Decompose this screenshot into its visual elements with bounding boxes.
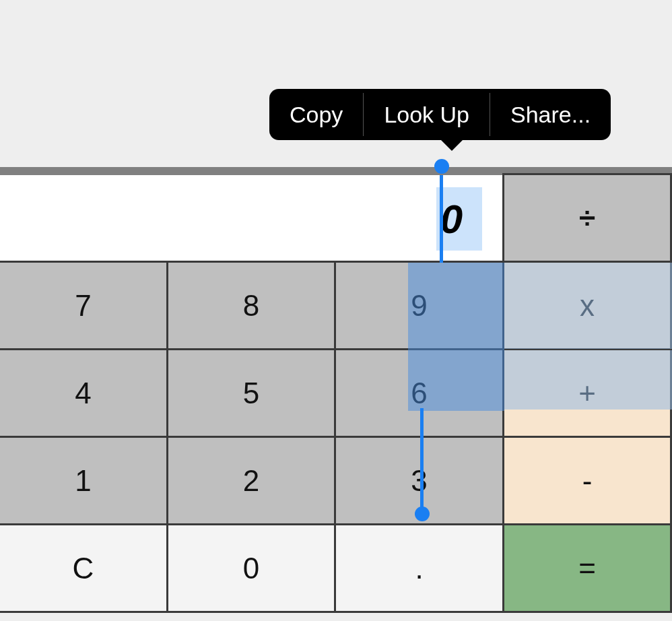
selection-caret-line: [440, 175, 443, 263]
key-7[interactable]: 7: [0, 261, 168, 350]
selection-handle-start[interactable]: [434, 159, 449, 174]
key-0[interactable]: 0: [166, 523, 336, 613]
key-8[interactable]: 8: [166, 261, 336, 350]
keypad: 7 8 9 x 4 5 6 + 1 2 3 - C 0 . =: [0, 263, 672, 613]
context-menu-arrow-icon: [440, 139, 464, 151]
multiply-button[interactable]: x: [502, 261, 672, 350]
calculator: 0 ÷ 7 8 9 x 4 5 6 + 1 2 3 - C 0 . =: [0, 175, 672, 613]
equals-button[interactable]: =: [502, 523, 672, 613]
decimal-button[interactable]: .: [334, 523, 504, 613]
key-1[interactable]: 1: [0, 436, 168, 525]
clear-button[interactable]: C: [0, 523, 168, 613]
context-menu-look-up[interactable]: Look Up: [364, 89, 490, 140]
key-2[interactable]: 2: [166, 436, 336, 525]
selection-handle-end[interactable]: [415, 506, 430, 521]
display-value: 0: [440, 196, 463, 242]
selection-caret-line: [420, 408, 424, 511]
key-6[interactable]: 6: [334, 348, 504, 438]
plus-button[interactable]: +: [502, 348, 672, 438]
context-menu-share[interactable]: Share...: [490, 89, 611, 140]
minus-button[interactable]: -: [502, 436, 672, 525]
key-4[interactable]: 4: [0, 348, 168, 438]
context-menu-copy[interactable]: Copy: [269, 89, 363, 140]
context-menu: Copy Look Up Share...: [269, 89, 611, 140]
key-9[interactable]: 9: [334, 261, 504, 350]
calculator-display[interactable]: 0: [0, 175, 504, 263]
key-5[interactable]: 5: [166, 348, 336, 438]
divide-button[interactable]: ÷: [502, 173, 672, 263]
